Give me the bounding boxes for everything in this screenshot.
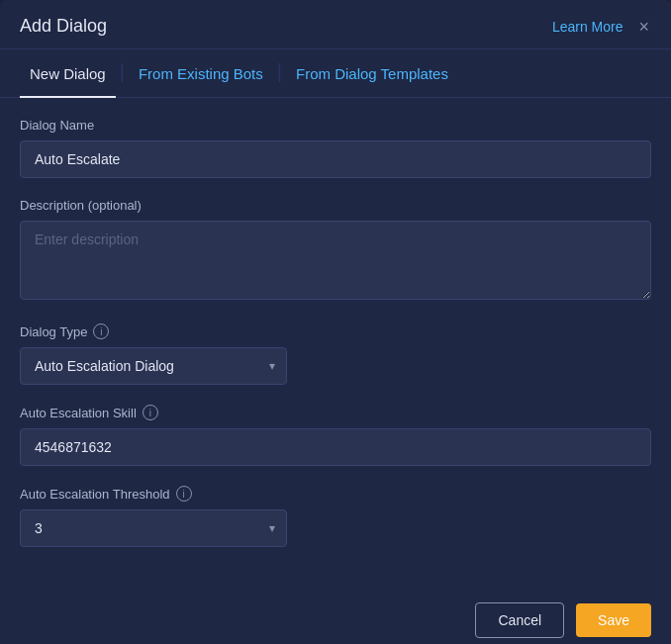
- tab-separator-1: |: [120, 60, 125, 87]
- auto-escalation-skill-group: Auto Escalation Skill i: [20, 405, 651, 466]
- auto-escalation-threshold-select-wrapper: 1 2 3 4 5 ▾: [20, 509, 287, 547]
- tab-from-existing-bots[interactable]: From Existing Bots: [129, 49, 273, 98]
- description-label: Description (optional): [20, 198, 651, 213]
- dialog-type-info-icon[interactable]: i: [93, 323, 109, 339]
- auto-escalation-skill-input[interactable]: [20, 428, 651, 466]
- dialog-name-group: Dialog Name: [20, 118, 651, 178]
- dialog-type-select-wrapper: Auto Escalation Dialog Standard Dialog A…: [20, 347, 287, 385]
- modal-body: Dialog Name Description (optional) Dialo…: [0, 98, 671, 591]
- tab-separator-2: |: [277, 60, 282, 87]
- modal-title: Add Dialog: [20, 16, 107, 37]
- cancel-button[interactable]: Cancel: [475, 602, 564, 638]
- description-input[interactable]: [20, 221, 651, 300]
- auto-escalation-threshold-select[interactable]: 1 2 3 4 5: [20, 509, 287, 547]
- learn-more-link[interactable]: Learn More: [552, 19, 623, 35]
- dialog-name-input[interactable]: [20, 140, 651, 178]
- description-group: Description (optional): [20, 198, 651, 304]
- tab-bar: New Dialog | From Existing Bots | From D…: [0, 49, 671, 98]
- dialog-type-select[interactable]: Auto Escalation Dialog Standard Dialog A…: [20, 347, 287, 385]
- dialog-type-label: Dialog Type i: [20, 323, 651, 339]
- save-button[interactable]: Save: [576, 603, 651, 637]
- dialog-name-label: Dialog Name: [20, 118, 651, 133]
- dialog-type-group: Dialog Type i Auto Escalation Dialog Sta…: [20, 323, 651, 385]
- modal-footer: Cancel Save: [0, 591, 671, 644]
- header-right: Learn More ×: [552, 18, 651, 36]
- close-button[interactable]: ×: [636, 18, 651, 36]
- tab-from-dialog-templates[interactable]: From Dialog Templates: [286, 49, 458, 98]
- auto-escalation-threshold-group: Auto Escalation Threshold i 1 2 3 4 5 ▾: [20, 486, 651, 547]
- auto-escalation-threshold-info-icon[interactable]: i: [176, 486, 192, 502]
- tab-new-dialog[interactable]: New Dialog: [20, 49, 116, 98]
- modal-header: Add Dialog Learn More ×: [0, 0, 671, 49]
- add-dialog-modal: Add Dialog Learn More × New Dialog | Fro…: [0, 0, 671, 644]
- auto-escalation-skill-info-icon[interactable]: i: [143, 405, 158, 420]
- auto-escalation-threshold-label: Auto Escalation Threshold i: [20, 486, 651, 502]
- auto-escalation-skill-label: Auto Escalation Skill i: [20, 405, 651, 420]
